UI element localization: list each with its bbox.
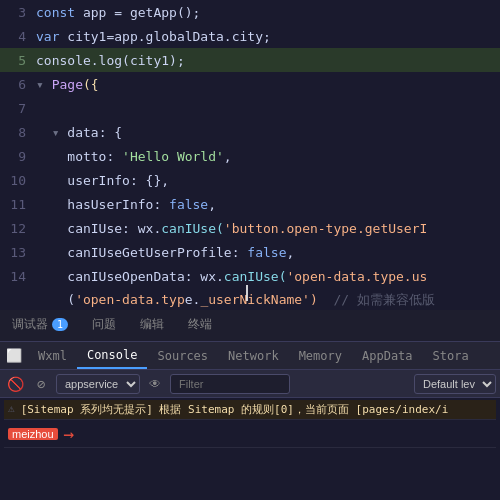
result-tag: meizhou (8, 428, 58, 440)
tab-debugger-badge: 1 (52, 318, 68, 331)
tab-inspector[interactable]: ⬜ (0, 342, 28, 369)
tab-terminal[interactable]: 终端 (176, 310, 224, 341)
line-number: 4 (0, 29, 36, 44)
code-line-11: 11 hasUserInfo: false, (0, 192, 500, 216)
code-line-7: 7 (0, 96, 500, 120)
console-warning-message: ⚠ [Sitemap 系列均无提示] 根据 Sitemap 的规则[0]，当前页… (4, 400, 496, 420)
line-number: 9 (0, 149, 36, 164)
tab-sources[interactable]: Sources (147, 342, 218, 369)
line-number: 13 (0, 245, 36, 260)
code-line-9: 9 motto: 'Hello World', (0, 144, 500, 168)
code-line-3: 3 const app = getApp(); (0, 0, 500, 24)
filter-button[interactable]: ⊘ (30, 373, 52, 395)
top-tab-bar: 调试器 1 问题 编辑 终端 (0, 310, 500, 342)
console-result-row: meizhou → (4, 420, 496, 448)
warning-text: [Sitemap 系列均无提示] 根据 Sitemap 的规则[0]，当前页面 … (21, 402, 449, 417)
tab-problems-label: 问题 (92, 316, 116, 333)
code-line-8: 8 ▾ data: { (0, 120, 500, 144)
line-number: 3 (0, 5, 36, 20)
tab-terminal-label: 终端 (188, 316, 212, 333)
code-editor: 3 const app = getApp(); 4 var city1=app.… (0, 0, 500, 310)
line-number: 14 (0, 269, 36, 284)
tab-wxml[interactable]: Wxml (28, 342, 77, 369)
console-toolbar: 🚫 ⊘ appservice 👁 Default lev Verbose Inf… (0, 370, 500, 398)
tab-edit-label: 编辑 (140, 316, 164, 333)
code-line-4: 4 var city1=app.globalData.city; (0, 24, 500, 48)
code-line-6: 6 ▾ Page({ (0, 72, 500, 96)
line-number: 5 (0, 53, 36, 68)
level-select[interactable]: Default lev Verbose Info Warning Error (414, 374, 496, 394)
line-number: 7 (0, 101, 36, 116)
app-container: 3 const app = getApp(); 4 var city1=app.… (0, 0, 500, 500)
tab-edit[interactable]: 编辑 (128, 310, 176, 341)
eye-icon[interactable]: 👁 (144, 373, 166, 395)
tab-problems[interactable]: 问题 (80, 310, 128, 341)
warn-arrow-icon: ⚠ (8, 402, 15, 415)
line-number: 8 (0, 125, 36, 140)
tab-console[interactable]: Console (77, 342, 148, 369)
console-output: ⚠ [Sitemap 系列均无提示] 根据 Sitemap 的规则[0]，当前页… (0, 398, 500, 500)
tab-storage[interactable]: Stora (423, 342, 479, 369)
line-number: 6 (0, 77, 36, 92)
devtools-tab-bar: ⬜ Wxml Console Sources Network Memory Ap… (0, 342, 500, 370)
red-arrow-icon: → (64, 423, 75, 444)
tab-debugger[interactable]: 调试器 1 (0, 310, 80, 341)
code-line-15: ('open-data.type._userNickName') // 如需兼容… (0, 288, 500, 310)
line-number: 11 (0, 197, 36, 212)
clear-button[interactable]: 🚫 (4, 373, 26, 395)
tab-network[interactable]: Network (218, 342, 289, 369)
tab-memory[interactable]: Memory (289, 342, 352, 369)
filter-input[interactable] (170, 374, 290, 394)
tab-appdata[interactable]: AppData (352, 342, 423, 369)
code-line-5: 5 console.log(city1); (0, 48, 500, 72)
code-line-13: 13 canIUseGetUserProfile: false, (0, 240, 500, 264)
code-line-10: 10 userInfo: {}, (0, 168, 500, 192)
code-line-12: 12 canIUse: wx.canIUse('button.open-type… (0, 216, 500, 240)
devtools-panel: 调试器 1 问题 编辑 终端 ⬜ Wxml Console Sources Ne… (0, 310, 500, 500)
cursor (246, 285, 248, 301)
service-select[interactable]: appservice (56, 374, 140, 394)
code-line-14: 14 canIUseOpenData: wx.canIUse('open-dat… (0, 264, 500, 288)
line-number: 12 (0, 221, 36, 236)
line-number: 10 (0, 173, 36, 188)
tab-debugger-label: 调试器 (12, 316, 48, 333)
